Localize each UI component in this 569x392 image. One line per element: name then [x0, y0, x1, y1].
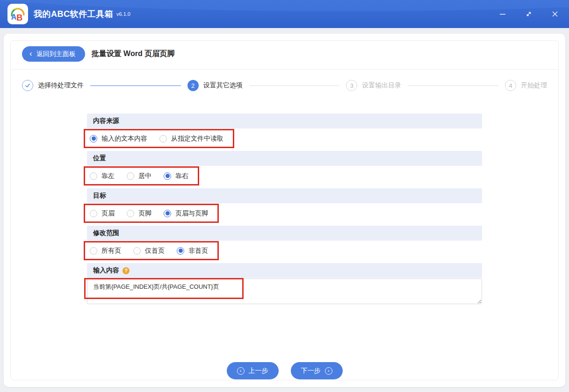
radio-option-first-page-only[interactable]: 仅首页	[133, 247, 165, 255]
options-form: 内容来源 输入的文本内容 从指定文件中读取 位置	[87, 114, 482, 304]
wizard-panel: ‹ 返回到主面板 批量设置 Word 页眉页脚 选择待处理文件 2 设置其它选项…	[10, 40, 559, 380]
section-title: 内容来源	[93, 117, 119, 125]
svg-text:B: B	[16, 13, 22, 22]
section-header-position: 位置	[87, 151, 482, 166]
help-icon[interactable]: ?	[122, 267, 130, 274]
radio-icon[interactable]	[90, 247, 97, 255]
step-4-start: 4 开始处理	[505, 80, 547, 91]
titlebar: A B 我的ABC软件工具箱 v6.1.0	[0, 0, 569, 28]
step-number: 4	[505, 80, 516, 91]
main-card: ‹ 返回到主面板 批量设置 Word 页眉页脚 选择待处理文件 2 设置其它选项…	[4, 34, 565, 387]
svg-text:A: A	[11, 13, 17, 21]
step-connector	[408, 86, 498, 86]
radio-label: 页眉与页脚	[175, 209, 208, 218]
step-connector	[249, 86, 340, 86]
chevron-left-icon: ‹	[29, 50, 32, 57]
section-header-target: 目标	[87, 188, 482, 203]
next-step-button[interactable]: 下一步 ›	[291, 362, 343, 379]
app-version: v6.1.0	[116, 11, 130, 17]
step-label: 设置其它选项	[203, 81, 243, 90]
radio-option-header-and-footer[interactable]: 页眉与页脚	[164, 209, 208, 218]
step-label: 开始处理	[521, 81, 547, 90]
section-title: 目标	[93, 192, 106, 200]
close-icon[interactable]	[549, 8, 561, 20]
radio-icon[interactable]	[133, 247, 141, 255]
step-label: 选择待处理文件	[38, 81, 84, 90]
radio-icon[interactable]	[164, 210, 171, 217]
radio-group-position: 靠左 居中 靠右	[87, 166, 482, 188]
step-indicator: 选择待处理文件 2 设置其它选项 3 设置输出目录 4 开始处理	[11, 70, 558, 91]
previous-step-button[interactable]: ‹ 上一步	[227, 362, 279, 379]
annotation-box: 输入的文本内容 从指定文件中读取	[84, 129, 234, 148]
section-header-scope: 修改范围	[87, 226, 482, 241]
checkmark-icon	[22, 80, 33, 91]
radio-option-read-from-file[interactable]: 从指定文件中读取	[159, 135, 223, 143]
radio-icon[interactable]	[159, 135, 167, 143]
section-header-input-content: 输入内容 ?	[87, 263, 482, 278]
radio-label: 页眉	[101, 209, 115, 218]
maximize-icon[interactable]	[523, 8, 534, 20]
step-2-other-options: 2 设置其它选项	[187, 80, 243, 91]
radio-option-align-left[interactable]: 靠左	[90, 172, 115, 180]
wizard-header: ‹ 返回到主面板 批量设置 Word 页眉页脚	[11, 41, 558, 70]
previous-step-label: 上一步	[249, 367, 268, 375]
circle-chevron-left-icon: ‹	[237, 367, 245, 375]
app-logo-icon: A B	[7, 4, 28, 24]
annotation-box: 页眉 页脚 页眉与页脚	[84, 204, 219, 223]
radio-icon[interactable]	[164, 172, 171, 180]
radio-label: 靠左	[101, 172, 115, 180]
step-number: 3	[346, 80, 357, 91]
content-textarea-wrap: 当前第{PAGE_INDEX}页/共{PAGE_COUNT}页	[87, 278, 482, 304]
radio-icon[interactable]	[127, 172, 134, 180]
section-title: 输入内容	[93, 266, 119, 275]
next-step-label: 下一步	[301, 367, 321, 375]
page-title: 批量设置 Word 页眉页脚	[92, 49, 174, 59]
radio-icon[interactable]	[90, 172, 97, 180]
radio-label: 页脚	[138, 209, 151, 218]
radio-label: 居中	[138, 172, 151, 180]
step-connector	[90, 86, 181, 86]
radio-option-footer[interactable]: 页脚	[127, 209, 151, 218]
radio-label: 所有页	[101, 247, 121, 255]
radio-label: 非首页	[188, 247, 208, 255]
radio-option-not-first-page[interactable]: 非首页	[177, 247, 208, 255]
radio-group-target: 页眉 页脚 页眉与页脚	[87, 203, 482, 226]
radio-option-header[interactable]: 页眉	[90, 209, 115, 218]
radio-group-content-source: 输入的文本内容 从指定文件中读取	[87, 128, 482, 151]
annotation-box: 靠左 居中 靠右	[84, 166, 199, 185]
back-button-label: 返回到主面板	[36, 50, 76, 58]
annotation-box: 所有页 仅首页 非首页	[84, 241, 219, 260]
radio-icon[interactable]	[90, 210, 97, 217]
section-header-content-source: 内容来源	[87, 114, 482, 128]
radio-label: 仅首页	[145, 247, 165, 255]
content-input-textarea[interactable]: 当前第{PAGE_INDEX}页/共{PAGE_COUNT}页	[87, 278, 482, 304]
radio-icon[interactable]	[90, 135, 97, 143]
step-1-select-files: 选择待处理文件	[22, 80, 84, 91]
radio-option-input-text[interactable]: 输入的文本内容	[90, 135, 147, 143]
step-number: 2	[187, 80, 199, 91]
app-title: 我的ABC软件工具箱	[34, 8, 113, 20]
radio-icon[interactable]	[127, 210, 134, 217]
radio-group-scope: 所有页 仅首页 非首页	[87, 241, 482, 263]
radio-label: 输入的文本内容	[101, 135, 147, 143]
section-title: 修改范围	[93, 229, 119, 237]
section-title: 位置	[93, 154, 106, 163]
radio-label: 靠右	[175, 172, 188, 180]
circle-chevron-right-icon: ›	[325, 367, 332, 375]
minimize-icon[interactable]	[497, 8, 508, 20]
radio-icon[interactable]	[177, 247, 184, 255]
radio-option-all-pages[interactable]: 所有页	[90, 247, 121, 255]
step-3-output-dir: 3 设置输出目录	[346, 80, 401, 91]
back-to-dashboard-button[interactable]: ‹ 返回到主面板	[22, 46, 85, 62]
step-label: 设置输出目录	[362, 81, 401, 90]
wizard-footer: ‹ 上一步 下一步 ›	[11, 362, 558, 380]
radio-label: 从指定文件中读取	[171, 135, 223, 143]
radio-option-align-center[interactable]: 居中	[127, 172, 151, 180]
radio-option-align-right[interactable]: 靠右	[164, 172, 188, 180]
